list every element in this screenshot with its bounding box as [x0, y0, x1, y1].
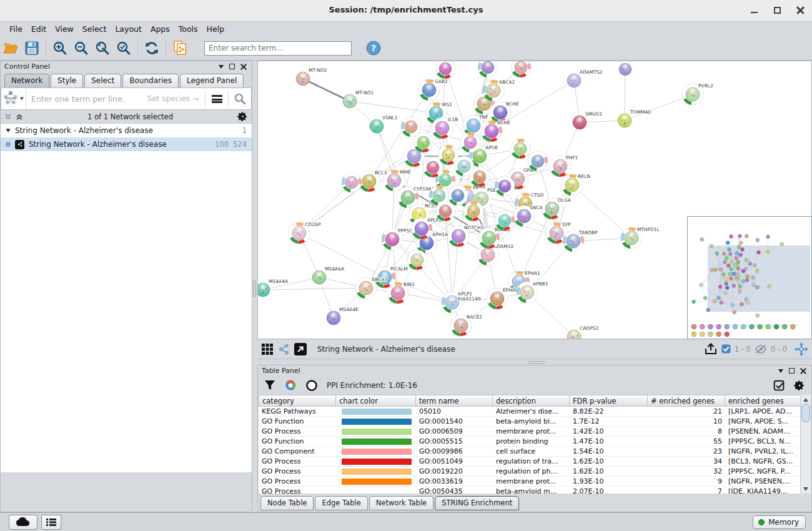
tab-select[interactable]: Select [84, 74, 121, 87]
memory-button[interactable]: Memory [753, 515, 806, 529]
refresh-button[interactable] [141, 38, 162, 58]
zoom-fit-button[interactable] [92, 38, 113, 58]
memory-status-icon [758, 519, 765, 525]
chart-color-cell [336, 427, 416, 436]
tab-legend-panel[interactable]: Legend Panel [180, 74, 244, 87]
column-header-fdr-p-value[interactable]: FDR p-value [570, 395, 648, 407]
tab-node-table[interactable]: Node Table [260, 496, 314, 510]
column-header-chart-color[interactable]: chart color [336, 395, 416, 407]
open-in-window-icon[interactable] [294, 342, 307, 356]
column-header-description[interactable]: description [493, 395, 570, 407]
table-scrollbar[interactable] [800, 395, 811, 494]
open-session-button[interactable] [0, 38, 21, 58]
table-row[interactable]: GO ProcessGO:0050435beta-amyloid m...2.0… [259, 487, 801, 494]
table-row[interactable]: GO FunctionGO:0001540beta-amyloid bi...1… [259, 417, 801, 427]
float-panel-icon[interactable] [789, 368, 795, 374]
expand-all-icon[interactable] [16, 113, 23, 121]
tab-network[interactable]: Network [4, 74, 49, 87]
menu-layout[interactable]: Layout [111, 22, 146, 36]
svg-text:CADPS2: CADPS2 [580, 325, 598, 331]
tab-string-enrichment[interactable]: STRING Enrichment [435, 496, 519, 510]
column-header--enriched-genes[interactable]: # enriched genes [648, 395, 725, 407]
minimize-icon[interactable] [750, 6, 758, 14]
network-collection-row[interactable]: String Network - Alzheimer's disease 1 [1, 124, 252, 137]
table-cell: GO:0051049 [416, 457, 493, 466]
collapse-all-icon[interactable] [4, 113, 12, 121]
species-hint[interactable]: Set species → [147, 94, 199, 103]
search-input[interactable] [204, 41, 352, 56]
filter-icon[interactable] [264, 380, 275, 391]
maximize-icon[interactable] [773, 6, 781, 14]
close-panel-icon[interactable] [240, 64, 247, 70]
table-cell: GO Function [259, 437, 336, 446]
table-cell: 1.62E-10 [570, 467, 648, 476]
table-row[interactable]: KEGG Pathways05010Alzheimer's dise...8.8… [259, 407, 801, 417]
chart-color-swatch [342, 429, 412, 435]
table-row[interactable]: GO ProcessGO:0033619membrane prot...1.93… [259, 477, 801, 487]
query-search-button[interactable] [229, 88, 251, 109]
export-network-icon[interactable] [704, 343, 718, 355]
tab-boundaries[interactable]: Boundaries [122, 74, 179, 87]
table-row[interactable]: GO ComponentGO:0009986cell surface1.54E-… [259, 447, 801, 457]
table-splitter[interactable] [257, 359, 812, 365]
menu-edit[interactable]: Edit [27, 22, 51, 36]
network-canvas[interactable]: MT-ND2MT-ND1VSNL1GAB2IRS1CHATBCHEABCA2IL… [257, 61, 812, 339]
collection-expand-icon[interactable] [6, 129, 10, 132]
menu-file[interactable]: File [5, 22, 27, 36]
column-header-category[interactable]: category [259, 395, 336, 407]
table-row[interactable]: GO ProcessGO:0006509membrane prot...1.42… [259, 427, 801, 437]
panel-splitter[interactable] [252, 61, 257, 512]
gear-icon[interactable] [794, 380, 805, 391]
panel-menu-icon[interactable] [219, 65, 224, 69]
zoom-out-button[interactable] [71, 38, 92, 58]
close-panel-icon[interactable] [800, 368, 806, 374]
splitter-handle[interactable] [253, 280, 256, 297]
network-overview-icon[interactable] [277, 343, 290, 355]
gear-icon[interactable] [237, 111, 248, 122]
scroll-down-icon[interactable] [801, 484, 811, 494]
menu-select[interactable]: Select [78, 22, 111, 36]
table-cell: GO Process [259, 477, 336, 486]
tab-network-table[interactable]: Network Table [369, 496, 433, 510]
table-row[interactable]: GO ProcessGO:0051049regulation of tra...… [259, 457, 801, 467]
menu-help[interactable]: Help [202, 22, 229, 36]
cloud-tasks-button[interactable] [9, 515, 37, 530]
string-datasource-button[interactable]: STRING [1, 88, 26, 109]
pan-navigate-icon[interactable] [795, 342, 808, 356]
chart-color-icon[interactable] [284, 379, 297, 392]
splitter-handle[interactable] [528, 361, 545, 364]
svg-text:GAB2: GAB2 [435, 79, 448, 84]
table-cell: 2.07E-10 [570, 487, 648, 494]
float-panel-icon[interactable] [229, 64, 235, 69]
table-cell: GO Process [259, 487, 336, 494]
table-row[interactable]: GO FunctionGO:0005515protein binding1.47… [259, 437, 801, 447]
scrollbar-thumb[interactable] [801, 404, 810, 422]
panel-menu-icon[interactable] [778, 369, 783, 373]
clear-color-icon[interactable] [305, 379, 318, 392]
menu-tools[interactable]: Tools [174, 22, 202, 36]
column-header-enriched-genes[interactable]: enriched genes [725, 395, 801, 407]
table-row[interactable]: GO ProcessGO:0019220regulation of ph...1… [259, 467, 801, 477]
menu-apps[interactable]: Apps [146, 22, 174, 36]
zoom-in-button[interactable] [49, 38, 71, 58]
task-history-button[interactable] [41, 515, 61, 530]
network-row[interactable]: String Network - Alzheimer's disease 100… [1, 137, 252, 151]
chart-color-cell [336, 477, 416, 486]
select-rows-icon[interactable] [773, 380, 785, 392]
scroll-up-icon[interactable] [801, 395, 811, 404]
tab-style[interactable]: Style [51, 74, 83, 87]
help-button[interactable]: ? [363, 38, 384, 58]
grid-view-icon[interactable] [261, 343, 274, 355]
zoom-selected-button[interactable] [113, 38, 134, 58]
query-options-button[interactable] [205, 88, 228, 109]
birdseye-view[interactable] [687, 216, 812, 339]
menu-view[interactable]: View [51, 22, 78, 36]
close-icon[interactable] [796, 6, 805, 14]
chart-color-swatch [342, 459, 412, 465]
term-input[interactable]: Enter one term per line. [26, 94, 147, 104]
column-header-term-name[interactable]: term name [416, 395, 493, 407]
hamburger-icon [212, 95, 222, 103]
save-session-button[interactable] [21, 38, 42, 58]
network-from-clipboard-button[interactable] [169, 38, 191, 58]
tab-edge-table[interactable]: Edge Table [315, 496, 367, 510]
